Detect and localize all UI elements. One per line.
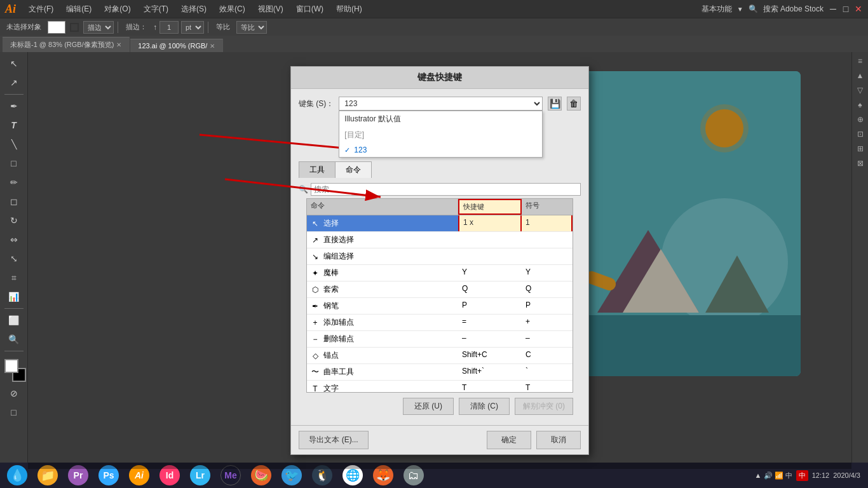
- menu-object[interactable]: 对象(O): [99, 3, 135, 16]
- menu-view[interactable]: 视图(V): [253, 3, 288, 16]
- dropdown-item-default[interactable]: Illustrator 默认值: [339, 111, 542, 127]
- tab-0-close[interactable]: ✕: [116, 41, 121, 48]
- stroke-selector[interactable]: [68, 21, 81, 34]
- tool-shape[interactable]: □: [5, 154, 23, 172]
- resolve-btn[interactable]: 解别冲突 (0): [515, 398, 573, 415]
- fill-box[interactable]: [4, 359, 18, 373]
- menu-effect[interactable]: 效果(C): [214, 3, 250, 16]
- export-text-btn[interactable]: 导出文本 (E)...: [299, 431, 369, 449]
- dropdown-item-123-label: 123: [354, 146, 367, 154]
- tool-zoom[interactable]: 🔍: [5, 330, 23, 348]
- tool-type[interactable]: T: [5, 116, 23, 134]
- menu-file[interactable]: 文件(F): [24, 3, 58, 16]
- cmd-row-1[interactable]: ↗ 直接选择: [307, 232, 573, 248]
- tool-warp[interactable]: ⌗: [5, 269, 23, 287]
- cmd-row-0[interactable]: ↖ 选择 1 x 1: [307, 215, 573, 232]
- cmd-name-1: 直接选择: [323, 234, 354, 245]
- cmd-name-3: 魔棒: [323, 268, 339, 278]
- minimize-btn[interactable]: ─: [829, 4, 837, 13]
- no-selection-label: 未选择对象: [3, 21, 45, 33]
- tab-1[interactable]: 123.ai @ 100% (RGB/ ✕: [130, 39, 223, 52]
- taskbar-lang[interactable]: 中: [796, 470, 808, 481]
- menu-edit[interactable]: 编辑(E): [61, 3, 97, 16]
- menu-window[interactable]: 窗口(W): [291, 3, 329, 16]
- tool-graph[interactable]: 📊: [5, 288, 23, 306]
- tool-none[interactable]: ⊘: [5, 384, 23, 402]
- dropdown-item-custom[interactable]: [目定]: [339, 127, 542, 143]
- col-symbol: 符号: [522, 199, 573, 215]
- stroke-unit-select[interactable]: pt: [181, 21, 204, 34]
- maximize-btn[interactable]: □: [841, 4, 850, 13]
- search-input[interactable]: [311, 183, 581, 196]
- cmd-row-3[interactable]: ✦ 魔棒 Y Y: [307, 265, 573, 281]
- right-tool-3[interactable]: ▽: [854, 84, 867, 97]
- workspace-label[interactable]: 基本功能: [702, 4, 732, 15]
- clear-btn[interactable]: 清除 (C): [459, 398, 510, 415]
- tool-pen[interactable]: ✒: [5, 97, 23, 115]
- tool-direct-select[interactable]: ↗: [5, 74, 23, 92]
- tab-tools[interactable]: 工具: [299, 161, 336, 178]
- cmd-cell-name-2: ↘ 编组选择: [307, 248, 458, 264]
- right-tool-7[interactable]: ⊞: [854, 142, 867, 155]
- delete-set-btn[interactable]: 🗑: [567, 97, 581, 111]
- menu-help[interactable]: 帮助(H): [331, 3, 367, 16]
- close-btn[interactable]: ✕: [854, 4, 863, 13]
- cmd-name-0: 选择: [323, 218, 339, 229]
- cmd-row-5[interactable]: ✒ 钢笔 P P: [307, 298, 573, 315]
- right-tool-2[interactable]: ▲: [854, 69, 867, 82]
- stroke-type-select[interactable]: 描边: [83, 21, 114, 34]
- restore-btn[interactable]: 还原 (U): [403, 398, 454, 415]
- dialog-overlay: 键盘快捷键 键集 (S)： 123 Illustrator 默认值: [28, 52, 851, 469]
- tab-1-close[interactable]: ✕: [210, 43, 215, 50]
- save-set-btn[interactable]: 💾: [548, 97, 562, 111]
- tool-screen-mode[interactable]: □: [5, 403, 23, 421]
- menu-text[interactable]: 文字(T): [139, 3, 173, 16]
- sys-icons: ▲ 🔊 📶 中: [755, 471, 792, 480]
- cmd-row-9[interactable]: 〜 曲率工具 Shift+` `: [307, 364, 573, 381]
- tool-mirror[interactable]: ⇔: [5, 231, 23, 248]
- right-tool-8[interactable]: ⊠: [854, 157, 867, 170]
- cmd-row-7[interactable]: − 删除辅点 – –: [307, 331, 573, 348]
- cmd-row-2[interactable]: ↘ 编组选择: [307, 248, 573, 265]
- workspace-dropdown-icon[interactable]: ▼: [737, 6, 743, 13]
- stroke-width-input[interactable]: [159, 21, 179, 34]
- cmd-row-10[interactable]: T 文字 T T: [307, 381, 573, 393]
- right-tool-1[interactable]: ≡: [854, 55, 867, 67]
- top-bar-right: 基本功能 ▼ 🔍 搜索 Adobe Stock ─ □ ✕: [702, 4, 863, 15]
- ratio-select[interactable]: 等比: [236, 21, 267, 34]
- cmd-row-6[interactable]: + 添加辅点 = +: [307, 315, 573, 331]
- tool-paint[interactable]: ✏: [5, 173, 23, 191]
- cmd-cell-symbol-5: P: [522, 298, 573, 314]
- right-tool-6[interactable]: ⊡: [854, 128, 867, 140]
- tab-0[interactable]: 未标题-1 @ 83% (RGB/像素预览) ✕: [3, 37, 130, 52]
- tool-divider2: [4, 308, 24, 309]
- cmd-table[interactable]: ↖ 选择 1 x 1 ↗ 直接选择: [306, 215, 573, 393]
- tool-eraser[interactable]: ◻: [5, 193, 23, 210]
- tool-select[interactable]: ↖: [5, 55, 23, 72]
- ok-btn[interactable]: 确定: [487, 431, 531, 449]
- menu-select[interactable]: 选择(S): [176, 3, 212, 16]
- cmd-cell-symbol-4: Q: [522, 281, 573, 297]
- right-tool-5[interactable]: ⊕: [854, 113, 867, 126]
- cmd-row-4[interactable]: ⬡ 套索 Q Q: [307, 281, 573, 298]
- search-label[interactable]: 搜索 Adobe Stock: [763, 4, 824, 15]
- tool-scale[interactable]: ⤡: [5, 250, 23, 268]
- cmd-icon-10: T: [311, 384, 320, 393]
- dropdown-item-123[interactable]: ✓ 123: [339, 143, 542, 157]
- set-dropdown: Illustrator 默认值 [目定] ✓ 123: [339, 111, 543, 158]
- toolbar-divider1: [118, 22, 118, 33]
- tab-commands[interactable]: 命令: [336, 161, 372, 178]
- cmd-cell-symbol-10: T: [522, 381, 573, 393]
- search-row: 🔍: [299, 183, 581, 196]
- canvas-area[interactable]: 键盘快捷键 键集 (S)： 123 Illustrator 默认值: [28, 52, 851, 469]
- cancel-btn[interactable]: 取消: [536, 431, 581, 449]
- right-tool-4[interactable]: ♠: [854, 98, 867, 111]
- tool-artboard[interactable]: ⬜: [5, 311, 23, 329]
- cmd-row-8[interactable]: ◇ 锚点 Shift+C C: [307, 348, 573, 364]
- cmd-cell-name-3: ✦ 魔棒: [307, 265, 458, 281]
- set-select[interactable]: 123 Illustrator 默认值: [339, 97, 543, 111]
- fill-color-box[interactable]: [48, 21, 65, 34]
- tool-rotate[interactable]: ↻: [5, 212, 23, 229]
- tool-line[interactable]: ╲: [5, 135, 23, 153]
- stroke-arrow-up: ↑: [153, 23, 157, 32]
